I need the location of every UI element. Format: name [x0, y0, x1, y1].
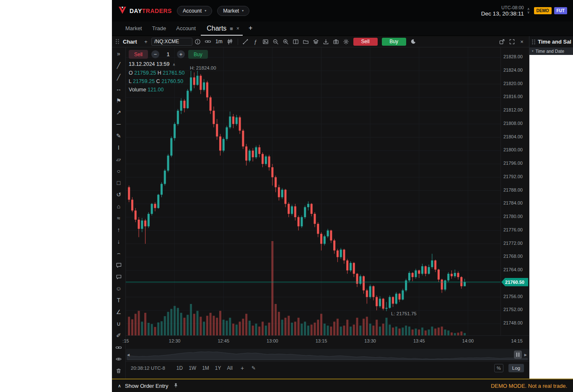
chart-buy-button[interactable]: Buy — [188, 50, 208, 59]
info-icon[interactable] — [193, 37, 202, 46]
curve-tool-icon[interactable]: ↺ — [116, 192, 121, 198]
magnet-tool-icon[interactable]: ∪ — [117, 321, 121, 327]
price-tick: 21768.00 — [503, 254, 523, 260]
moon-icon[interactable] — [409, 37, 418, 46]
ellipse-tool-icon[interactable]: ○ — [117, 168, 120, 174]
balloon-tool-icon[interactable] — [116, 262, 122, 268]
tab-charts[interactable]: Charts ≡ × — [201, 21, 243, 36]
add-range-button[interactable]: + — [238, 365, 246, 371]
chart-sell-button[interactable]: Sell — [129, 50, 148, 59]
gear-icon[interactable] — [342, 37, 351, 46]
time-tick: 12:45 — [218, 338, 229, 343]
ray-tool-icon[interactable]: ╱ — [117, 74, 120, 80]
zoom-in-icon[interactable] — [281, 37, 290, 46]
scroll-left-icon[interactable]: ◀ — [127, 353, 130, 357]
symbol-input[interactable] — [151, 38, 192, 46]
quantity-increase-button[interactable]: + — [177, 50, 185, 58]
callout-tool-icon[interactable] — [116, 274, 122, 280]
vertical-line-tool-icon[interactable]: I — [118, 145, 119, 151]
arc-tool-icon[interactable]: ⌢ — [117, 250, 120, 257]
market-menu-button[interactable]: Market ▾ — [217, 6, 249, 16]
legend-collapse-icon[interactable]: ∧ — [173, 62, 176, 67]
trendline-icon[interactable] — [241, 37, 250, 46]
rectangle-tool-icon[interactable]: □ — [117, 180, 120, 186]
chart-navigator[interactable]: ◀ ▶ — [126, 349, 529, 361]
popup-icon[interactable] — [497, 37, 506, 46]
wave-tool-icon[interactable]: ≈ — [117, 215, 120, 221]
pin-icon[interactable] — [173, 383, 179, 389]
close-icon[interactable]: × — [517, 37, 526, 46]
arrow-ne-tool-icon[interactable]: ↗ — [116, 109, 121, 116]
sell-button[interactable]: Sell — [353, 38, 378, 46]
zoom-out-icon[interactable] — [271, 37, 280, 46]
parallelogram-tool-icon[interactable]: ▱ — [117, 156, 121, 163]
price-axis[interactable]: 21760.50 21828.0021824.0021820.0021816.0… — [500, 47, 529, 335]
pitchfork-tool-icon[interactable]: ⚑ — [116, 98, 122, 104]
add-tab-button[interactable]: + — [243, 21, 257, 36]
legend-close-label: C — [156, 78, 160, 84]
range-button-1d[interactable]: 1D — [174, 364, 186, 372]
account-badges: DEMOFUT — [534, 7, 567, 14]
link-tool-icon[interactable] — [115, 344, 122, 350]
horizontal-line-tool-icon[interactable]: ─ — [117, 121, 121, 127]
layout-icon[interactable] — [291, 37, 301, 46]
show-hide-tool-icon[interactable] — [115, 356, 122, 362]
time-and-sales-title: Time and Sal — [538, 39, 571, 45]
navigator-handle[interactable] — [514, 350, 522, 359]
emoji-tool-icon[interactable]: ☺ — [116, 286, 122, 292]
quantity-value[interactable]: 1 — [163, 51, 174, 57]
tab-market[interactable]: Market — [120, 21, 147, 36]
remove-tool-icon[interactable] — [116, 368, 122, 374]
maximize-icon[interactable] — [507, 37, 516, 46]
folder-icon[interactable] — [301, 37, 311, 46]
image-icon[interactable] — [261, 37, 270, 46]
range-button-all[interactable]: All — [224, 364, 236, 372]
link-icon[interactable] — [203, 37, 213, 46]
trend-line-tool-icon[interactable]: ╱ — [117, 62, 120, 69]
collapse-tools-icon[interactable]: » — [117, 51, 120, 57]
interval-selector[interactable]: 1m — [213, 39, 225, 44]
drag-handle-icon[interactable] — [114, 39, 120, 44]
time-axis[interactable]: :1512:3012:4513:0013:1513:3013:4514:0014… — [126, 335, 529, 346]
add-chart-button[interactable]: + — [141, 37, 150, 46]
price-tick: 21780.00 — [503, 214, 523, 221]
arrow-up-tool-icon[interactable]: ↑ — [117, 227, 120, 233]
measure-tool-icon[interactable]: ∠ — [116, 309, 122, 315]
quantity-decrease-button[interactable]: − — [151, 50, 159, 58]
brush-tool-icon[interactable]: ✎ — [116, 133, 121, 139]
log-scale-button[interactable]: Log — [508, 364, 524, 372]
candles-icon[interactable] — [226, 37, 235, 46]
tab-trade[interactable]: Trade — [147, 21, 171, 36]
drag-handle-icon[interactable] — [531, 39, 536, 45]
time-tick: 14:15 — [511, 338, 523, 343]
show-order-entry-button[interactable]: Show Order Entry — [125, 383, 168, 389]
pencil-icon[interactable]: ✎ — [249, 365, 258, 371]
buy-button[interactable]: Buy — [382, 38, 406, 46]
download-icon[interactable] — [322, 37, 331, 46]
range-button-1y[interactable]: 1Y — [212, 364, 224, 372]
camera-icon[interactable] — [332, 37, 341, 46]
percent-scale-button[interactable]: % — [494, 364, 503, 372]
indicators-icon[interactable]: ƒ — [251, 37, 260, 46]
price-tick: 21800.00 — [503, 147, 523, 154]
order-entry-chevron-icon[interactable]: ∧ — [118, 383, 121, 389]
edit-tool-icon[interactable]: ✐ — [116, 332, 121, 339]
arrow-down-tool-icon[interactable]: ↓ — [117, 239, 120, 245]
time-tick: 13:45 — [413, 338, 425, 343]
layers-icon[interactable] — [311, 37, 321, 46]
tab-close-icon[interactable]: × — [236, 26, 239, 31]
chevron-down-icon[interactable]: ∨ — [527, 11, 530, 14]
price-label-tool-icon[interactable]: ⌂ — [117, 203, 120, 210]
account-menu-button[interactable]: Account ▾ — [177, 6, 212, 16]
time-and-date-column-header[interactable]: ▾ Time and Date — [529, 47, 573, 55]
time-and-sales-header[interactable]: Time and Sal — [529, 36, 573, 47]
app-logo[interactable]: DAYTRADERS — [118, 6, 172, 16]
clock-adjust-control[interactable]: ∧ ∨ — [527, 8, 530, 14]
range-button-1w[interactable]: 1W — [186, 364, 199, 372]
tab-account[interactable]: Account — [171, 21, 201, 36]
horizontal-ray-tool-icon[interactable]: ↔ — [116, 86, 122, 92]
range-button-1m[interactable]: 1M — [199, 364, 212, 372]
hamburger-icon[interactable]: ≡ — [230, 26, 233, 32]
text-tool-icon[interactable]: T — [117, 297, 121, 304]
scroll-right-icon[interactable]: ▶ — [524, 353, 527, 357]
